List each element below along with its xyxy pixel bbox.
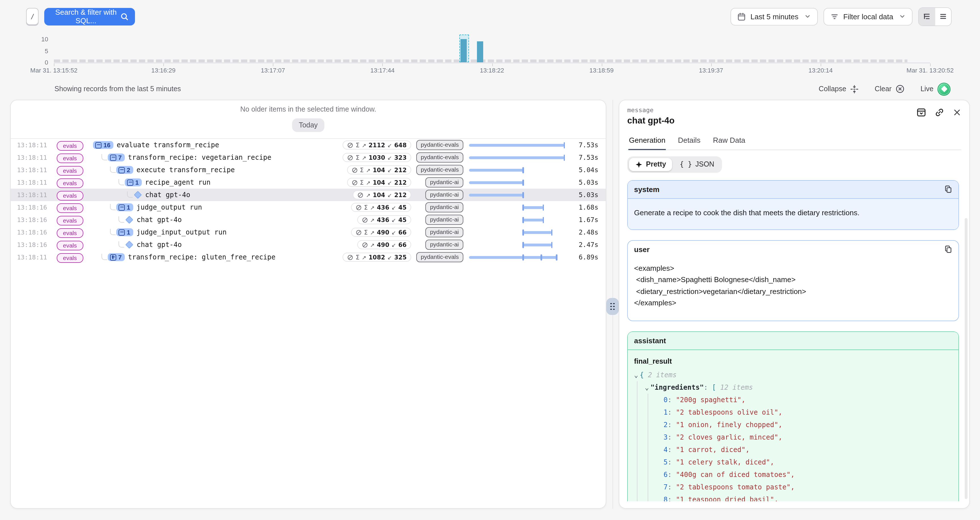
json-items-count: 12 items: [720, 383, 753, 391]
duration-bar: [469, 156, 564, 159]
collapse-button[interactable]: Collapse: [819, 85, 859, 93]
span-name: judge_input_output run: [137, 228, 227, 236]
json-key: "ingredients": [651, 383, 704, 391]
span-detail-panel: message chat gpt-4o: [619, 100, 970, 509]
evals-badge[interactable]: evals: [57, 141, 83, 151]
trace-row[interactable]: 13:18:11evals7transform_recipe: vegetari…: [11, 151, 606, 164]
evals-badge[interactable]: evals: [57, 216, 83, 225]
duration-bar-cap: [523, 229, 524, 235]
x-axis-tick-label: 13:20:14: [808, 67, 833, 74]
open-in-drawer-icon[interactable]: [916, 108, 926, 117]
json-index: 3: [663, 433, 668, 441]
trace-row[interactable]: 13:18:16evalschat gpt-4o↗436↙45pydantic-…: [11, 214, 606, 226]
span-name: judge_output run: [137, 203, 202, 211]
histogram-plot: 1050Mar 31. 13:15:5213:16:2913:17:0713:1…: [54, 36, 930, 62]
json-root-line[interactable]: ⌄{ 2 items: [634, 368, 952, 381]
json-view-button[interactable]: { } JSON: [673, 158, 721, 171]
evals-badge[interactable]: evals: [57, 253, 83, 263]
filter-local-data-select[interactable]: Filter local data: [824, 8, 913, 25]
splitter-drag-handle[interactable]: [606, 298, 619, 315]
trace-row[interactable]: 13:18:16evals1judge_output runΣ↗436↙45py…: [11, 201, 606, 214]
search-button[interactable]: Search & filter with SQL...: [44, 8, 135, 25]
tab-generation[interactable]: Generation: [628, 133, 666, 150]
clear-button[interactable]: Clear: [875, 84, 905, 94]
time-range-select[interactable]: Last 5 minutes: [731, 8, 818, 25]
x-axis-tick: [273, 63, 274, 66]
tree-connector: [102, 254, 107, 260]
row-timestamp: 13:18:16: [11, 204, 57, 211]
json-array-entry: 1: "2 tablespoons olive oil",: [663, 406, 952, 419]
x-axis-tick: [54, 63, 54, 66]
expand-toggle[interactable]: 1: [125, 178, 142, 186]
render-mode-toggle: Pretty { } JSON: [627, 156, 722, 173]
tree-connector: [110, 204, 116, 210]
expand-toggle[interactable]: 2: [116, 166, 133, 174]
tree-connector: [110, 229, 116, 235]
evals-badge[interactable]: evals: [57, 178, 83, 188]
evals-badge[interactable]: evals: [57, 191, 83, 200]
token-usage-badge: Σ↗104↙212: [347, 165, 411, 174]
live-toggle[interactable]: Live: [920, 82, 950, 95]
copy-icon[interactable]: [944, 245, 952, 253]
input-tokens-count: 104: [372, 166, 385, 173]
histogram-bar[interactable]: [460, 39, 467, 62]
close-icon[interactable]: [953, 108, 961, 117]
expand-toggle[interactable]: 1: [116, 203, 133, 211]
scope-tag-badge: pydantic-evals: [416, 140, 463, 150]
tree-connector: [127, 192, 133, 198]
histogram-bar[interactable]: [477, 41, 483, 62]
expand-toggle[interactable]: 7: [108, 154, 124, 162]
span-name: chat gpt-4o: [137, 216, 182, 224]
copy-icon[interactable]: [944, 185, 952, 193]
expand-toggle[interactable]: 7: [108, 253, 124, 261]
trace-row[interactable]: 13:18:11evals7transform_recipe: gluten_f…: [11, 251, 606, 263]
evals-badge[interactable]: evals: [57, 154, 83, 163]
output-tokens-arrow-icon: ↙: [387, 254, 392, 260]
trace-row[interactable]: 13:18:11evals16evaluate transform_recipe…: [11, 139, 606, 151]
sigma-icon: Σ: [356, 142, 360, 148]
x-axis-tick-label: 13:17:07: [261, 67, 285, 74]
scope-tag-badge: pydantic-evals: [416, 153, 463, 163]
scrollbar-thumb[interactable]: [965, 218, 967, 499]
trace-row[interactable]: 13:18:16evalschat gpt-4o↗490↙66pydantic-…: [11, 238, 606, 251]
user-message-header: user: [628, 241, 958, 258]
output-tokens-count: 212: [394, 179, 407, 186]
duration-bar-cap: [541, 254, 542, 260]
trace-row[interactable]: 13:18:11evalschat gpt-4o↗104↙212pydantic…: [11, 189, 606, 201]
trace-row[interactable]: 13:18:11evals1recipe_agent runΣ↗104↙212p…: [11, 176, 606, 189]
scope-tag-badge: pydantic-ai: [425, 178, 463, 187]
copy-link-icon[interactable]: [935, 108, 944, 117]
x-axis-tick-label: 13:17:44: [370, 67, 395, 74]
json-items-count: 2 items: [648, 371, 676, 379]
scope-tag-badge: pydantic-ai: [425, 215, 463, 225]
pretty-view-button[interactable]: Pretty: [629, 158, 672, 171]
x-axis-tick-label: 13:18:59: [589, 67, 614, 74]
tree-view-button[interactable]: [919, 8, 935, 25]
output-tokens-arrow-icon: ↙: [387, 142, 392, 148]
row-duration: 7.53s: [564, 154, 606, 162]
span-name: recipe_agent run: [145, 178, 210, 186]
tab-raw-data[interactable]: Raw Data: [712, 133, 746, 149]
clear-button-label: Clear: [875, 85, 891, 93]
chevron-down-icon: ⌄: [634, 368, 640, 381]
leaf-diamond-icon: [125, 216, 133, 224]
json-view-label: JSON: [695, 160, 714, 168]
row-duration: 5.03s: [564, 178, 606, 186]
json-string-value: "400g can of diced tomatoes",: [676, 471, 795, 478]
expand-toggle[interactable]: 16: [93, 141, 113, 149]
sparkle-icon: [635, 160, 643, 168]
token-usage-badge: Σ↗2112↙648: [343, 141, 411, 149]
list-view-button[interactable]: [935, 8, 951, 25]
evals-badge[interactable]: evals: [57, 228, 83, 238]
expand-toggle[interactable]: 1: [116, 228, 133, 236]
tab-details[interactable]: Details: [678, 133, 701, 149]
token-usage-badge: Σ↗1082↙325: [343, 253, 411, 262]
json-index: 0: [663, 396, 668, 404]
trace-row[interactable]: 13:18:16evals1judge_input_output runΣ↗49…: [11, 226, 606, 238]
evals-badge[interactable]: evals: [57, 241, 83, 250]
trace-row[interactable]: 13:18:11evals2execute transform_recipeΣ↗…: [11, 164, 606, 176]
evals-badge[interactable]: evals: [57, 166, 83, 175]
evals-badge[interactable]: evals: [57, 203, 83, 213]
json-array-entry: 4: "1 carrot, diced",: [663, 443, 952, 456]
json-ingredients-line[interactable]: ⌄"ingredients": [ 12 items: [645, 381, 952, 393]
